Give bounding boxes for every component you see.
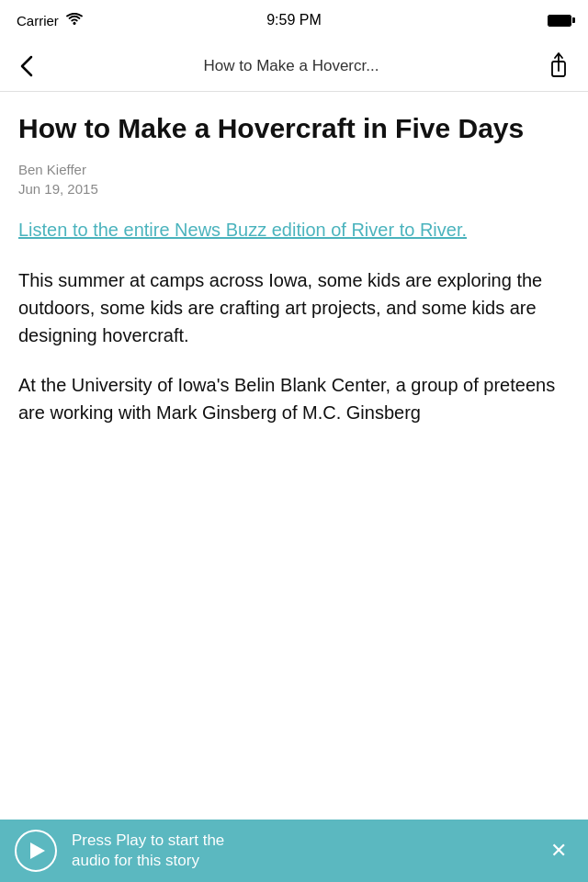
play-icon xyxy=(30,842,45,859)
carrier-label: Carrier xyxy=(17,13,59,28)
article-title: How to Make a Hovercraft in Five Days xyxy=(18,112,570,145)
share-button[interactable] xyxy=(542,50,575,83)
audio-message-line2: audio for this story xyxy=(72,852,199,869)
status-time: 9:59 PM xyxy=(266,12,322,28)
audio-message: Press Play to start the audio for this s… xyxy=(57,831,544,871)
body-paragraph-1: This summer at camps across Iowa, some k… xyxy=(18,266,570,349)
article-body: This summer at camps across Iowa, some k… xyxy=(18,266,570,426)
nav-title: How to Make a Hovercr... xyxy=(40,57,542,75)
back-button[interactable] xyxy=(13,48,40,85)
svg-point-0 xyxy=(73,22,75,25)
battery-icon xyxy=(548,15,571,27)
wifi-icon xyxy=(66,13,83,28)
nav-bar: How to Make a Hovercr... xyxy=(0,40,588,92)
audio-message-line1: Press Play to start the xyxy=(72,831,224,849)
body-paragraph-2: At the University of Iowa's Belin Blank … xyxy=(18,371,570,426)
article-content: How to Make a Hovercraft in Five Days Be… xyxy=(0,92,588,820)
article-date: Jun 19, 2015 xyxy=(18,181,570,197)
play-button[interactable] xyxy=(15,830,57,872)
audio-close-button[interactable]: ✕ xyxy=(544,836,573,865)
status-right xyxy=(548,15,571,27)
close-icon: ✕ xyxy=(550,841,567,861)
article-link[interactable]: Listen to the entire News Buzz edition o… xyxy=(18,217,570,243)
status-left: Carrier xyxy=(17,13,83,28)
status-bar: Carrier 9:59 PM xyxy=(0,0,588,40)
audio-player: Press Play to start the audio for this s… xyxy=(0,820,588,882)
article-author: Ben Kieffer xyxy=(18,162,570,177)
